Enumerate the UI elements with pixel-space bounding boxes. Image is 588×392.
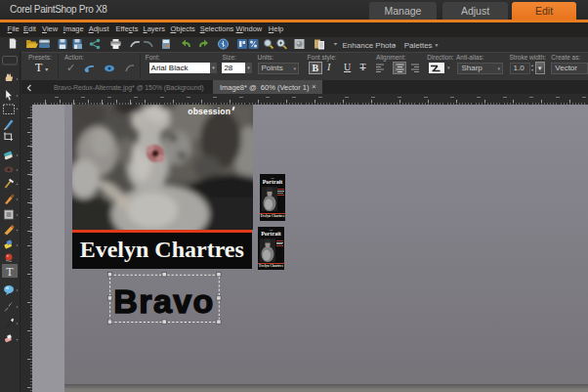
svg-text:T: T — [6, 264, 14, 278]
